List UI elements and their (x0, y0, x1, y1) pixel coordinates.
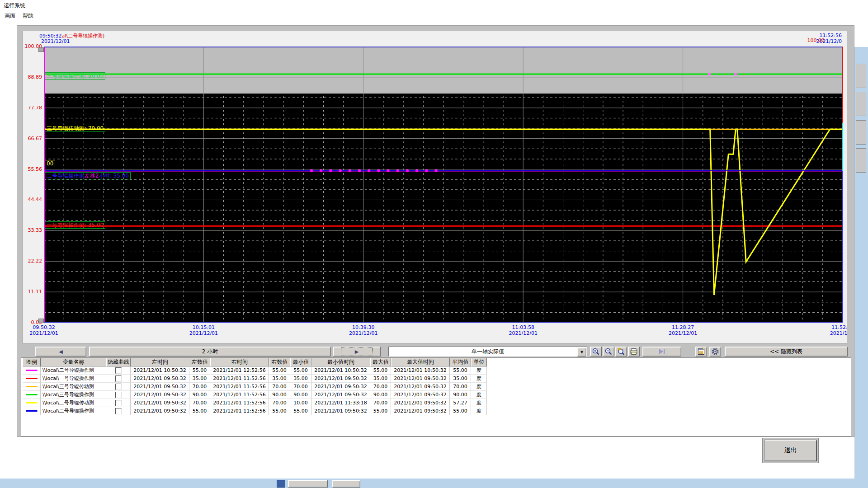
legend-table-row[interactable]: \\local\二号导辊操作测2021/12/01 09:50:3255.002… (23, 407, 487, 415)
edge-button[interactable] (856, 120, 866, 145)
x-axis-label: 11:03:582021/12/01 (503, 324, 543, 336)
header-left-time[interactable]: 左时间 (131, 358, 189, 366)
curve-list-button[interactable] (695, 347, 707, 357)
hide-curve-checkbox[interactable] (115, 375, 122, 382)
menu-bar: 画面 帮助 (0, 10, 868, 21)
curve-value-label-text: 三号导辊操作测: 90.00 (47, 73, 104, 79)
trend-plot[interactable]: 三号导辊操作测: 90.00三号导辊传动测: 70.0000二号导辊操作测左移2… (44, 47, 843, 323)
legend-table-row[interactable]: \\local\二号导辊操作测2021/12/01 10:50:3255.002… (23, 366, 487, 375)
header-unit[interactable]: 单位 (471, 358, 487, 366)
data-point-marker (358, 169, 361, 172)
hide-curve-checkbox[interactable] (115, 367, 122, 374)
table-cell: 35.00 (269, 375, 290, 383)
hide-curve-cell (106, 399, 131, 407)
header-var-name[interactable]: 变量名称 (41, 358, 106, 366)
chart-panel: 09:50:32al\二号导辊操作测) 2021/12/01 11:52:56 … (23, 31, 847, 344)
table-cell: \\local\三号导辊传动测 (41, 383, 106, 391)
curve-value-label-text: 小时: 55.00 (99, 173, 129, 179)
table-cell: 2021/12/01 09:50:32 (391, 375, 450, 383)
table-cell: 70.00 (450, 383, 471, 391)
data-point-marker (339, 169, 341, 172)
data-point-marker (320, 169, 322, 172)
scroll-right-button[interactable]: ▶ (333, 347, 381, 357)
header-right-time[interactable]: 右时间 (210, 358, 269, 366)
legend-table-row[interactable]: \\local\三号导辊传动测2021/12/01 09:50:3270.002… (23, 383, 487, 391)
table-cell: 2021/12/01 09:50:32 (131, 399, 189, 407)
play-step-button[interactable] (642, 347, 681, 357)
table-cell: 55.00 (450, 407, 471, 415)
header-min[interactable]: 最小值 (290, 358, 311, 366)
right-axis-max: 100.00 (788, 38, 825, 43)
edge-button[interactable] (856, 92, 866, 116)
zoom-in-icon (592, 347, 600, 356)
x-axis-label: 10:39:302021/12/01 (343, 324, 384, 336)
table-cell: 2021/12/01 12:52:56 (210, 366, 269, 375)
scroll-left-button[interactable]: ◀ (35, 347, 86, 357)
hide-curve-checkbox[interactable] (115, 384, 122, 390)
header-right-value[interactable]: 右数值 (269, 358, 290, 366)
data-point-marker (406, 169, 409, 172)
curve-value-label: 00 (45, 160, 55, 167)
table-cell: 10.00 (290, 399, 311, 407)
play-step-icon (657, 348, 666, 355)
table-cell: 2021/12/01 11:52:56 (210, 391, 269, 399)
axis-drag-handle-top[interactable] (38, 47, 44, 52)
zoom-in-button[interactable] (590, 347, 602, 357)
legend-table-row[interactable]: \\local\一号导辊操作测2021/12/01 09:50:3235.002… (23, 375, 487, 383)
table-cell: 70.00 (269, 399, 290, 407)
legend-table-row[interactable]: \\local\二号导辊传动测2021/12/01 09:50:3270.002… (23, 399, 487, 407)
trend-curve (44, 129, 843, 295)
hide-curve-checkbox[interactable] (115, 400, 122, 406)
zoom-reset-button[interactable] (615, 347, 627, 357)
menu-item-help[interactable]: 帮助 (21, 12, 35, 20)
legend-table-row[interactable]: \\local\三号导辊操作测2021/12/01 09:50:3290.002… (23, 391, 487, 399)
table-cell: 2021/12/01 09:50:32 (131, 383, 189, 391)
curve-value-label: 一号导辊操作测: 35.00 (45, 221, 105, 229)
taskbar-window-button[interactable] (332, 480, 360, 488)
hide-list-button[interactable]: << 隐藏列表 (725, 347, 848, 357)
table-cell: 35.00 (450, 375, 471, 383)
data-point-marker (329, 169, 332, 172)
plot-border-top (44, 47, 843, 47)
header-legend[interactable]: 图例 (23, 358, 41, 366)
table-cell: 度 (471, 399, 487, 407)
x-axis-label: 11:52:562021/12/0 (822, 324, 847, 336)
header-left-value[interactable]: 左数值 (189, 358, 210, 366)
table-cell: 2021/12/01 09:50:32 (311, 383, 370, 391)
table-cell: 55.00 (290, 366, 311, 375)
data-point-marker (425, 169, 428, 172)
hide-curve-checkbox[interactable] (115, 408, 122, 414)
header-min-time[interactable]: 最小值时间 (311, 358, 370, 366)
plot-border-left (44, 47, 45, 323)
table-cell: 70.00 (370, 383, 391, 391)
zoom-out-button[interactable] (603, 347, 614, 357)
table-cell: 55.00 (269, 407, 290, 415)
table-cell: 2021/12/01 09:50:32 (311, 391, 370, 399)
table-cell: 2021/12/01 09:50:32 (131, 407, 189, 415)
axis-mode-dropdown[interactable]: 单一轴实际值 ▼ (388, 347, 587, 357)
edge-button[interactable] (856, 64, 866, 88)
header-max-time[interactable]: 最大值时间 (391, 358, 450, 366)
taskbar-window-button[interactable] (288, 480, 328, 488)
taskbar-app-icon[interactable] (277, 480, 285, 488)
table-cell: 2021/12/01 09:50:32 (391, 383, 450, 391)
settings-button[interactable] (709, 347, 721, 357)
menu-item-screen[interactable]: 画面 (3, 12, 17, 20)
legend-color-swatch (26, 394, 38, 395)
table-cell: 55.00 (450, 366, 471, 375)
axis-drag-handle-bottom[interactable] (38, 319, 44, 323)
exit-button[interactable]: 退出 (764, 440, 817, 461)
legend-table: 图例 变量名称 隐藏曲线 左时间 左数值 右时间 右数值 最小值 最小值时间 最… (23, 358, 487, 415)
time-span-display[interactable]: 2 小时 (89, 347, 331, 357)
header-avg[interactable]: 平均值 (450, 358, 471, 366)
table-cell: 90.00 (450, 391, 471, 399)
hide-curve-checkbox[interactable] (115, 392, 122, 398)
header-max[interactable]: 最大值 (370, 358, 391, 366)
table-cell: 55.00 (290, 407, 311, 415)
data-point-marker (708, 73, 711, 75)
header-hide-curve[interactable]: 隐藏曲线 (106, 358, 131, 366)
table-cell: \\local\二号导辊操作测 (41, 407, 106, 415)
dropdown-arrow-icon[interactable]: ▼ (577, 347, 586, 357)
edge-button[interactable] (856, 148, 866, 173)
print-button[interactable] (628, 347, 640, 357)
